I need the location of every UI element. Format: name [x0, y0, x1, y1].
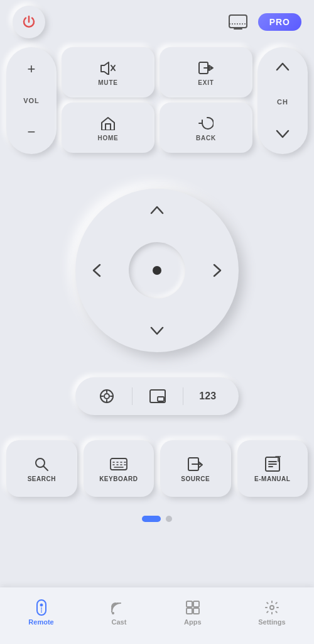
svg-rect-12 [158, 397, 164, 401]
keyboard-label: KEYBOARD [99, 475, 138, 482]
apps-nav-label: Apps [184, 618, 202, 626]
dpad-right-button[interactable] [203, 257, 231, 284]
pro-badge-button[interactable]: PRO [258, 13, 301, 31]
dpad-up-button[interactable] [143, 196, 171, 224]
svg-rect-39 [187, 601, 192, 607]
middle-row-1: MUTE EXIT [62, 47, 252, 97]
top-bar: PRO [0, 0, 314, 44]
mute-icon [99, 59, 117, 77]
page-dot-active[interactable] [142, 516, 161, 522]
svg-rect-0 [229, 15, 247, 28]
divider-2 [183, 387, 183, 405]
svg-rect-41 [187, 608, 192, 614]
svg-point-43 [270, 606, 274, 609]
svg-rect-15 [111, 458, 127, 470]
search-icon [33, 455, 50, 473]
mute-button[interactable]: MUTE [62, 47, 154, 97]
middle-row-2: HOME BACK [62, 103, 252, 153]
source-label: SOURCE [181, 475, 210, 482]
svg-line-14 [44, 466, 48, 470]
emanual-label: E-MANUAL [254, 475, 290, 482]
remote-nav-label: Remote [28, 618, 53, 626]
home-button[interactable]: HOME [62, 103, 154, 153]
nav-cast[interactable]: Cast [100, 594, 137, 631]
search-label: SEARCH [28, 475, 56, 482]
channel-button[interactable]: CH [257, 47, 308, 154]
settings-nav-icon [264, 599, 280, 616]
channel-column: CH [257, 47, 308, 154]
bottom-navigation: Remote Cast Apps [0, 587, 314, 644]
svg-point-34 [40, 604, 43, 606]
volume-button[interactable]: + VOL − [6, 47, 57, 154]
nav-apps[interactable]: Apps [174, 594, 212, 631]
ch-down-icon [276, 130, 290, 140]
back-icon [197, 114, 215, 132]
smart-control-button[interactable] [89, 382, 124, 410]
svg-point-38 [112, 612, 114, 614]
dpad-area [75, 189, 239, 352]
numpad-label: 123 [199, 391, 216, 402]
exit-icon [197, 59, 215, 77]
remote-nav-icon [33, 599, 50, 616]
dpad-center-button[interactable] [129, 242, 185, 299]
picture-in-picture-button[interactable] [140, 384, 175, 409]
page-indicator [142, 516, 172, 522]
keyboard-icon [110, 455, 127, 473]
cast-nav-icon [111, 599, 127, 616]
source-button[interactable]: SOURCE [160, 440, 231, 497]
screen-cast-button[interactable] [225, 12, 251, 32]
page-dot-inactive[interactable] [166, 516, 172, 522]
settings-nav-label: Settings [258, 618, 285, 626]
extra-controls-bar: 123 [75, 377, 239, 415]
cast-nav-label: Cast [111, 618, 126, 626]
numpad-button[interactable]: 123 [190, 386, 225, 407]
search-button[interactable]: SEARCH [6, 440, 77, 497]
dpad-down-button[interactable] [143, 317, 171, 345]
controls-area: + VOL − MUTE [6, 47, 308, 154]
bottom-buttons: SEARCH KEYBOARD [6, 440, 308, 497]
exit-button[interactable]: EXIT [160, 47, 252, 97]
svg-point-6 [104, 394, 109, 399]
keyboard-button[interactable]: KEYBOARD [84, 440, 154, 497]
emanual-button[interactable]: E-MANUAL [237, 440, 308, 497]
nav-remote[interactable]: Remote [18, 594, 63, 631]
svg-rect-40 [193, 601, 199, 607]
source-icon [187, 455, 204, 473]
ch-label: CH [277, 98, 288, 106]
dpad-circle [75, 189, 239, 352]
svg-rect-42 [193, 608, 199, 614]
volume-column: + VOL − [6, 47, 57, 154]
power-button[interactable] [13, 6, 45, 38]
home-icon [99, 114, 117, 132]
ch-up-icon [276, 61, 290, 74]
top-right-controls: PRO [225, 12, 301, 32]
vol-minus-icon: − [28, 124, 36, 140]
middle-controls: MUTE EXIT [62, 47, 252, 154]
dpad-dot [153, 266, 161, 275]
dpad-left-button[interactable] [83, 257, 111, 284]
divider-1 [132, 387, 133, 405]
vol-plus-icon: + [28, 61, 36, 77]
nav-settings[interactable]: Settings [248, 594, 295, 631]
back-button[interactable]: BACK [160, 103, 252, 153]
apps-nav-icon [185, 599, 201, 616]
emanual-icon [264, 455, 281, 473]
vol-label: VOL [23, 97, 40, 104]
